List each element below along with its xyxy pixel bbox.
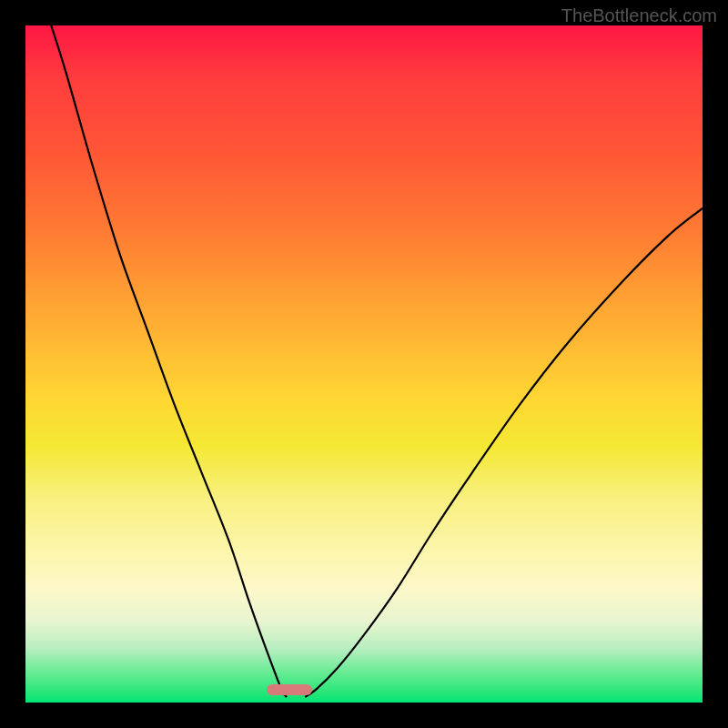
right-curve (305, 208, 703, 697)
optimal-range-marker (267, 684, 312, 695)
left-curve (51, 25, 287, 697)
watermark-text: TheBottleneck.com (561, 5, 717, 26)
bottleneck-curves (25, 25, 703, 703)
chart-plot-area (25, 25, 703, 703)
